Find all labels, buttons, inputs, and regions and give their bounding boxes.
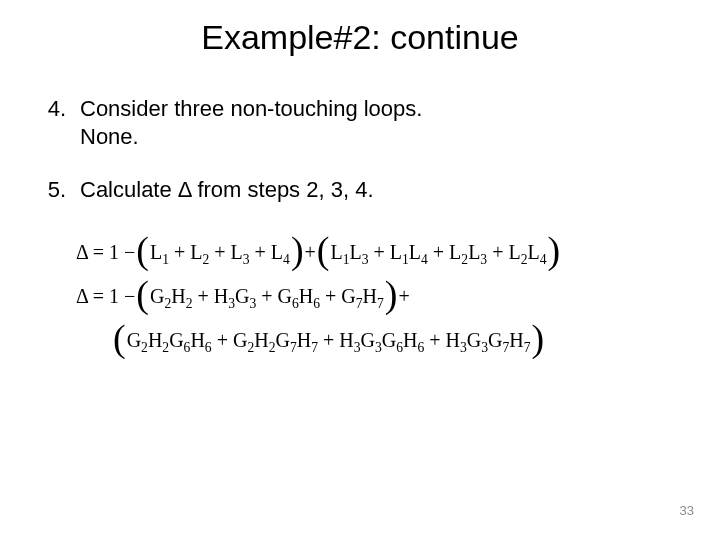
item-text: Calculate Δ from steps 2, 3, 4. bbox=[80, 176, 684, 204]
eq-group: G2H2 + H3G3 + G6H6 + G7H7 bbox=[150, 274, 384, 318]
list-item: 4. Consider three non-touching loops. No… bbox=[36, 95, 684, 150]
eq-group: L1L3 + L1L4 + L2L3 + L2L4 bbox=[330, 230, 546, 274]
equation-1: Δ = 1 − ( L1 + L2 + L3 + L4 ) + ( L1L3 +… bbox=[76, 230, 720, 274]
slide: Example#2: continue 4. Consider three no… bbox=[0, 0, 720, 540]
equation-2-line1: Δ = 1 − ( G2H2 + H3G3 + G6H6 + G7H7 ) + bbox=[76, 274, 720, 318]
eq-group: L1 + L2 + L3 + L4 bbox=[150, 230, 290, 274]
math-block: Δ = 1 − ( L1 + L2 + L3 + L4 ) + ( L1L3 +… bbox=[76, 230, 720, 362]
eq-lhs: Δ = 1 − bbox=[76, 274, 135, 318]
eq-group: G2H2G6H6 + G2H2G7H7 + H3G3G6H6 + H3G3G7H… bbox=[127, 318, 531, 362]
eq-lhs: Δ = 1 − bbox=[76, 230, 135, 274]
equation-2-line2: ( G2H2G6H6 + G2H2G7H7 + H3G3G6H6 + H3G3G… bbox=[112, 318, 720, 362]
content-block: 4. Consider three non-touching loops. No… bbox=[0, 57, 720, 204]
eq-mid: + bbox=[305, 230, 316, 274]
eq-mid: + bbox=[398, 274, 409, 318]
item-number: 4. bbox=[36, 95, 80, 150]
item-body: Consider three non-touching loops. None. bbox=[80, 95, 684, 150]
item-number: 5. bbox=[36, 176, 80, 204]
page-number: 33 bbox=[680, 503, 694, 518]
item-text: None. bbox=[80, 123, 684, 151]
list-item: 5. Calculate Δ from steps 2, 3, 4. bbox=[36, 176, 684, 204]
page-title: Example#2: continue bbox=[0, 0, 720, 57]
item-text: Consider three non-touching loops. bbox=[80, 95, 684, 123]
item-body: Calculate Δ from steps 2, 3, 4. bbox=[80, 176, 684, 204]
